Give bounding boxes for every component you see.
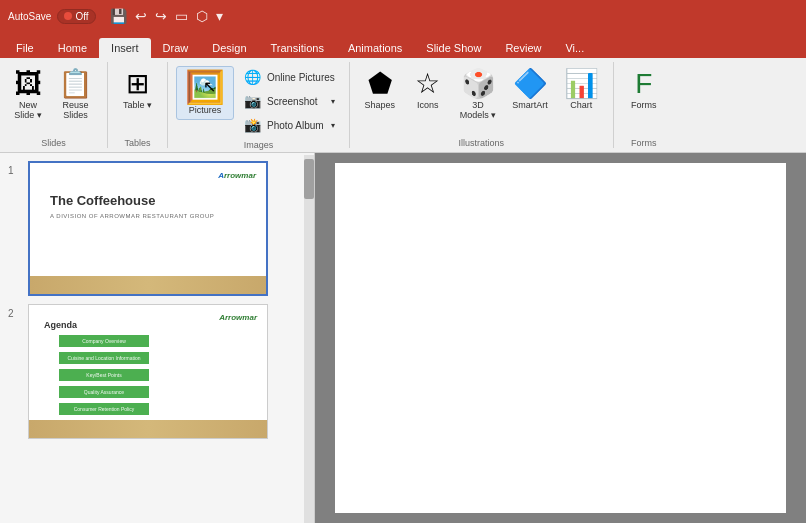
- main-area: 1 Arrowmar The Coffeehouse A DIVISION OF…: [0, 153, 806, 523]
- slide-item-2[interactable]: 2 Arrowmar Agenda Company Overview Cuisi…: [8, 304, 306, 439]
- pictures-button[interactable]: 🖼️ Pictures ↖: [176, 66, 234, 120]
- slide1-title: The Coffeehouse: [50, 193, 155, 208]
- photo-album-button[interactable]: 📸 Photo Album ▾: [238, 114, 341, 136]
- slide1-bar: [30, 276, 266, 294]
- tab-animations[interactable]: Animations: [336, 38, 414, 58]
- images-dropdown-items: 🌐 Online Pictures 📷 Screenshot ▾ 📸 Photo…: [238, 66, 341, 136]
- chart-icon: 📊: [564, 70, 599, 98]
- tab-file[interactable]: File: [4, 38, 46, 58]
- table-button[interactable]: ⊞ Table: [117, 66, 158, 114]
- illustrations-group-label: Illustrations: [358, 134, 605, 148]
- smartart-button[interactable]: 🔷 SmartArt: [506, 66, 554, 124]
- images-group-content: 🖼️ Pictures ↖ 🌐 Online Pictures 📷 Screen…: [176, 62, 341, 136]
- illustrations-group-content: ⬟ Shapes ☆ Icons 🎲 3DModels 🔷 SmartArt 📊: [358, 62, 605, 134]
- slide2-bar: [29, 420, 267, 438]
- slides-group-label: Slides: [8, 134, 99, 148]
- slide2-item-1: Company Overview: [59, 335, 149, 347]
- toggle-dot: [64, 12, 72, 20]
- 3d-models-button[interactable]: 🎲 3DModels: [454, 66, 503, 124]
- screenshot-arrow: ▾: [331, 97, 335, 106]
- slide2-item-5: Consumer Retention Policy: [59, 403, 149, 415]
- ribbon: 🖼 NewSlide 📋 ReuseSlides Slides ⊞ Table …: [0, 58, 806, 153]
- slide2-logo: Arrowmar: [219, 313, 257, 322]
- slide-item-1[interactable]: 1 Arrowmar The Coffeehouse A DIVISION OF…: [8, 161, 306, 296]
- forms-button[interactable]: F Forms: [624, 66, 664, 114]
- redo-icon[interactable]: ↪: [155, 8, 167, 24]
- ribbon-tabs: File Home Insert Draw Design Transitions…: [0, 32, 806, 58]
- reuse-slides-button[interactable]: 📋 ReuseSlides: [52, 66, 99, 124]
- tab-slideshow[interactable]: Slide Show: [414, 38, 493, 58]
- new-slide-icon: 🖼: [14, 70, 42, 98]
- slide2-background: Arrowmar Agenda Company Overview Cuisine…: [29, 305, 267, 438]
- tab-draw[interactable]: Draw: [151, 38, 201, 58]
- slide2-item-3: Key/Best Points: [59, 369, 149, 381]
- quick-access-dropdown-icon[interactable]: ▾: [216, 8, 223, 24]
- tab-insert[interactable]: Insert: [99, 38, 151, 58]
- icons-icon: ☆: [415, 70, 440, 98]
- online-pictures-button[interactable]: 🌐 Online Pictures: [238, 66, 341, 88]
- slide-main: [315, 153, 806, 523]
- images-group-label: Images: [176, 136, 341, 150]
- slide-thumb-2[interactable]: Arrowmar Agenda Company Overview Cuisine…: [28, 304, 268, 439]
- tab-design[interactable]: Design: [200, 38, 258, 58]
- scroll-thumb[interactable]: [304, 159, 314, 199]
- reuse-slides-icon: 📋: [58, 70, 93, 98]
- slide1-background: Arrowmar The Coffeehouse A DIVISION OF A…: [30, 163, 266, 294]
- chart-label: Chart: [570, 100, 592, 110]
- pictures-icon: 🖼️: [185, 71, 225, 103]
- ribbon-group-slides: 🖼 NewSlide 📋 ReuseSlides Slides: [0, 62, 108, 148]
- screenshot-icon: 📷: [244, 93, 261, 109]
- ribbon-group-illustrations: ⬟ Shapes ☆ Icons 🎲 3DModels 🔷 SmartArt 📊: [350, 62, 614, 148]
- slide-panel: 1 Arrowmar The Coffeehouse A DIVISION OF…: [0, 153, 315, 523]
- tables-group-label: Tables: [116, 134, 159, 148]
- forms-icon: F: [635, 70, 652, 98]
- slide-thumb-1[interactable]: Arrowmar The Coffeehouse A DIVISION OF A…: [28, 161, 268, 296]
- illustrations-buttons: ⬟ Shapes ☆ Icons 🎲 3DModels 🔷 SmartArt 📊: [358, 66, 605, 124]
- autosave-state: Off: [75, 11, 88, 22]
- slide-main-content[interactable]: [335, 163, 786, 513]
- forms-group-content: F Forms: [624, 62, 664, 134]
- undo-icon[interactable]: ↩: [135, 8, 147, 24]
- new-slide-label: NewSlide: [14, 100, 42, 120]
- slide-number-2: 2: [8, 308, 20, 319]
- title-bar: AutoSave Off 💾 ↩ ↪ ▭ ⬡ ▾: [0, 0, 806, 32]
- new-slide-button[interactable]: 🖼 NewSlide: [8, 66, 48, 124]
- 3d-models-label: 3DModels: [460, 100, 497, 120]
- pictures-label: Pictures: [189, 105, 222, 115]
- online-pictures-icon: 🌐: [244, 69, 261, 85]
- shapes-icon: ⬟: [368, 70, 392, 98]
- slide-number-1: 1: [8, 165, 20, 176]
- tables-group-content: ⊞ Table: [117, 62, 158, 134]
- slides-group-content: 🖼 NewSlide 📋 ReuseSlides: [8, 62, 99, 134]
- smartart-label: SmartArt: [512, 100, 548, 110]
- tab-view[interactable]: Vi...: [553, 38, 596, 58]
- tab-transitions[interactable]: Transitions: [259, 38, 336, 58]
- shapes-button[interactable]: ⬟ Shapes: [358, 66, 402, 124]
- scroll-track[interactable]: [304, 155, 314, 523]
- autosave-label: AutoSave: [8, 11, 51, 22]
- photo-album-label: Photo Album: [267, 120, 324, 131]
- slide1-subtitle: A DIVISION OF ARROWMAR RESTAURANT GROUP: [50, 213, 214, 219]
- screenshot-button[interactable]: 📷 Screenshot ▾: [238, 90, 341, 112]
- tab-review[interactable]: Review: [493, 38, 553, 58]
- icons-button[interactable]: ☆ Icons: [406, 66, 450, 124]
- online-pictures-label: Online Pictures: [267, 72, 335, 83]
- icons-label: Icons: [417, 100, 439, 110]
- forms-label: Forms: [631, 100, 657, 110]
- slide2-item-2: Cuisine and Location Information: [59, 352, 149, 364]
- screenshot-label: Screenshot: [267, 96, 318, 107]
- slide2-items: Company Overview Cuisine and Location In…: [59, 335, 149, 415]
- title-bar-icons: 💾 ↩ ↪ ▭ ⬡ ▾: [110, 8, 223, 24]
- present-icon[interactable]: ▭: [175, 8, 188, 24]
- save-icon[interactable]: 💾: [110, 8, 127, 24]
- smartart-icon: 🔷: [513, 70, 548, 98]
- autosave-toggle[interactable]: Off: [57, 9, 95, 24]
- chart-button[interactable]: 📊 Chart: [558, 66, 605, 124]
- reuse-slides-label: ReuseSlides: [62, 100, 88, 120]
- photo-album-icon: 📸: [244, 117, 261, 133]
- slide2-title: Agenda: [44, 320, 77, 330]
- accessibility-icon[interactable]: ⬡: [196, 8, 208, 24]
- ribbon-group-tables: ⊞ Table Tables: [108, 62, 168, 148]
- slide1-logo: Arrowmar: [218, 171, 256, 180]
- tab-home[interactable]: Home: [46, 38, 99, 58]
